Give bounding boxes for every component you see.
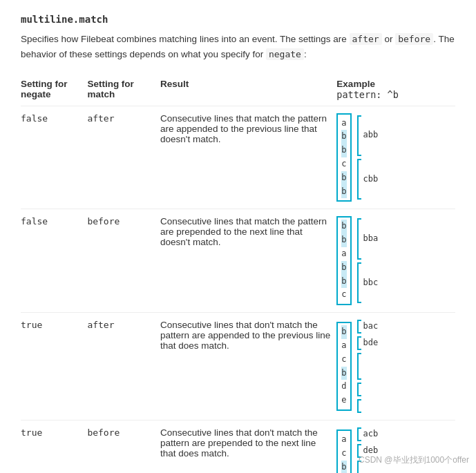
- col-header-negate: Setting for negate: [21, 76, 87, 106]
- col4-line1: Example: [336, 79, 450, 89]
- match-value: after: [87, 106, 160, 209]
- result-text: Consecutive lines that match the pattern…: [160, 209, 336, 313]
- example-group: acb: [357, 427, 379, 441]
- table-row: trueafterConsecutive lines that don't ma…: [21, 313, 455, 421]
- col2-line2: match: [87, 89, 155, 99]
- example-group: bba: [357, 218, 379, 259]
- negate-value: true: [21, 420, 87, 473]
- page-title: multiline.match: [21, 14, 108, 25]
- settings-table: Setting for negate Setting for match Res…: [21, 76, 455, 473]
- table-row: falsebeforeConsecutive lines that match …: [21, 209, 455, 313]
- match-value: before: [87, 420, 160, 473]
- col1-line1: Setting for: [21, 79, 82, 89]
- col2-line1: Setting for: [87, 79, 155, 89]
- example-group: bde: [357, 336, 379, 350]
- negate-value: false: [21, 106, 87, 209]
- example-diagram: bbabbcbbabbc: [336, 209, 455, 313]
- negate-value: true: [21, 313, 87, 421]
- negate-value: false: [21, 209, 87, 313]
- example-group: [357, 383, 379, 396]
- result-text: Consecutive lines that don't match the p…: [160, 420, 336, 473]
- example-group: [357, 399, 379, 413]
- table-row: falseafterConsecutive lines that match t…: [21, 106, 455, 209]
- code-negate: negate: [266, 48, 304, 60]
- desc-text1: Specifies how Filebeat combines matching…: [21, 34, 350, 44]
- col1-line2: negate: [21, 89, 82, 99]
- example-group: abb: [357, 115, 379, 156]
- match-value: before: [87, 209, 160, 313]
- result-text: Consecutive lines that don't match the p…: [160, 313, 336, 421]
- code-after: after: [350, 33, 382, 45]
- col-header-example: Example pattern: ^b: [336, 76, 455, 106]
- col-header-match: Setting for match: [87, 76, 160, 106]
- code-before: before: [395, 33, 433, 45]
- match-value: after: [87, 313, 160, 421]
- col-header-result: Result: [160, 76, 336, 106]
- title-block: multiline.match: [21, 14, 455, 25]
- example-group: [357, 353, 379, 380]
- example-diagram: bacbdebacbde: [336, 313, 455, 421]
- example-diagram: abbcbbabbcbb: [336, 106, 455, 209]
- example-group: cbb: [357, 159, 379, 200]
- col4-pattern: pattern: ^b: [336, 89, 450, 100]
- description: Specifies how Filebeat combines matching…: [21, 32, 455, 62]
- example-group: bbc: [357, 262, 379, 303]
- example-group: bac: [357, 320, 379, 334]
- desc-text2: or: [382, 34, 396, 44]
- watermark: CSDN @毕业找到1000个offer: [359, 454, 469, 466]
- desc-text4: :: [304, 49, 307, 59]
- col3-label: Result: [160, 79, 331, 89]
- result-text: Consecutive lines that match the pattern…: [160, 106, 336, 209]
